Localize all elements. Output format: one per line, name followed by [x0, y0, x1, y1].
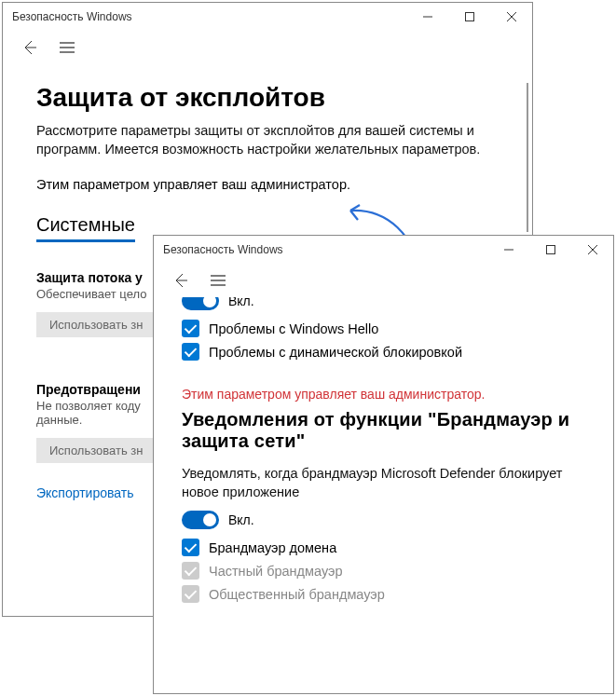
toggle-row-notify: Вкл. — [182, 511, 585, 529]
checkbox-domain[interactable]: Брандмауэр домена — [182, 539, 585, 556]
svg-rect-1 — [465, 13, 473, 21]
toggle-notify-label: Вкл. — [228, 512, 254, 527]
content-area: Вкл. Проблемы с Windows Hello Проблемы с… — [154, 297, 613, 693]
checkbox-icon — [182, 539, 199, 556]
checkbox-icon — [182, 562, 199, 580]
checkbox-public: Общественный брандмауэр — [182, 585, 585, 603]
checkbox-label: Проблемы с динамической блокировкой — [209, 345, 462, 360]
checkbox-icon — [182, 320, 199, 337]
page-description: Рассмотрите параметры защиты от эксплойт… — [36, 122, 499, 158]
window-notifications: Безопасность Windows Вкл. Проблемы с Win… — [153, 235, 614, 694]
admin-note: Этим параметром управляет ваш администра… — [36, 177, 499, 192]
checkbox-label: Общественный брандмауэр — [209, 587, 385, 602]
checkbox-icon — [182, 343, 199, 361]
toggle-top-label: Вкл. — [228, 297, 254, 308]
checkbox-label: Брандмауэр домена — [209, 540, 336, 555]
checkbox-icon — [182, 585, 199, 603]
window-title: Безопасность Windows — [163, 243, 283, 256]
navbar — [154, 264, 613, 297]
dropdown-dep[interactable]: Использовать зн — [36, 438, 156, 463]
checkbox-dynlock[interactable]: Проблемы с динамической блокировкой — [182, 343, 585, 361]
titlebar[interactable]: Безопасность Windows — [3, 3, 532, 31]
close-button[interactable] — [571, 236, 613, 264]
maximize-button[interactable] — [529, 236, 571, 264]
menu-button[interactable] — [53, 41, 81, 54]
maximize-button[interactable] — [448, 3, 490, 31]
scrollbar[interactable] — [527, 83, 528, 232]
notify-description: Уведомлять, когда брандмауэр Microsoft D… — [182, 465, 585, 501]
checkbox-private: Частный брандмауэр — [182, 562, 585, 580]
tab-system[interactable]: Системные — [36, 214, 135, 242]
window-controls — [406, 3, 532, 31]
minimize-button[interactable] — [487, 236, 529, 264]
back-button[interactable] — [167, 273, 195, 288]
back-button[interactable] — [16, 40, 44, 55]
navbar — [3, 31, 532, 64]
toggle-row-top: Вкл. — [182, 297, 585, 310]
svg-rect-8 — [546, 246, 554, 254]
menu-button[interactable] — [204, 274, 232, 287]
toggle-notify[interactable] — [182, 511, 219, 529]
titlebar[interactable]: Безопасность Windows — [154, 236, 613, 264]
window-controls — [487, 236, 613, 264]
minimize-button[interactable] — [406, 3, 448, 31]
dropdown-cfg[interactable]: Использовать зн — [36, 312, 156, 337]
close-button[interactable] — [490, 3, 532, 31]
admin-note-red: Этим параметром управляет ваш администра… — [182, 387, 585, 402]
window-title: Безопасность Windows — [12, 10, 132, 23]
section-heading: Уведомления от функции "Брандмауэр и защ… — [182, 409, 585, 452]
checkbox-label: Проблемы с Windows Hello — [209, 321, 378, 336]
page-title: Защита от эксплойтов — [36, 83, 499, 113]
checkbox-hello[interactable]: Проблемы с Windows Hello — [182, 320, 585, 337]
toggle-top[interactable] — [182, 297, 219, 310]
checkbox-label: Частный брандмауэр — [209, 564, 343, 579]
